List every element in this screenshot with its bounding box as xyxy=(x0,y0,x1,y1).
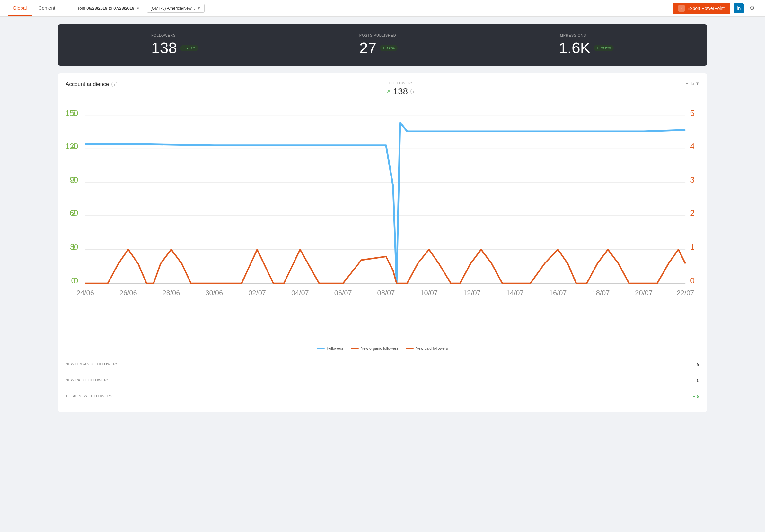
svg-text:06/07: 06/07 xyxy=(334,289,352,297)
svg-text:26/06: 26/06 xyxy=(120,289,137,297)
svg-text:02/07: 02/07 xyxy=(248,289,266,297)
svg-text:18/07: 18/07 xyxy=(592,289,609,297)
svg-text:22/07: 22/07 xyxy=(677,289,694,297)
powerpoint-icon: P xyxy=(678,5,685,12)
top-navigation: Global Content From 06/23/2019 to 07/23/… xyxy=(0,0,765,17)
timezone-dropdown[interactable]: (GMT-5) America/New... ▼ xyxy=(147,4,205,13)
svg-text:5: 5 xyxy=(690,109,694,118)
chevron-down-icon: ▼ xyxy=(197,6,201,11)
followers-line-swatch xyxy=(317,348,325,349)
svg-text:20/07: 20/07 xyxy=(635,289,653,297)
legend-followers: Followers xyxy=(317,346,343,351)
date-range-picker[interactable]: From 06/23/2019 to 07/23/2019 ▼ xyxy=(72,4,143,13)
svg-text:4: 4 xyxy=(71,142,76,150)
stats-table: NEW ORGANIC FOLLOWERS 9 NEW PAID FOLLOWE… xyxy=(66,356,699,404)
chart-area: 150 120 90 60 30 0 5 4 3 2 1 0 5 4 3 2 1… xyxy=(66,102,699,342)
svg-text:14/07: 14/07 xyxy=(506,289,524,297)
svg-text:16/07: 16/07 xyxy=(549,289,567,297)
tab-global[interactable]: Global xyxy=(8,0,32,16)
line-chart: 150 120 90 60 30 0 5 4 3 2 1 0 5 4 3 2 1… xyxy=(66,102,699,341)
svg-text:5: 5 xyxy=(71,109,76,118)
stat-followers: FOLLOWERS 138 + 7.0% xyxy=(151,33,198,57)
svg-text:30/06: 30/06 xyxy=(205,289,223,297)
stats-row-paid: NEW PAID FOLLOWERS 0 xyxy=(66,372,699,388)
trend-up-icon: ↗ xyxy=(386,89,390,94)
settings-button[interactable]: ⚙ xyxy=(747,3,757,13)
svg-text:3: 3 xyxy=(71,175,76,184)
svg-text:08/07: 08/07 xyxy=(378,289,395,297)
legend-new-organic: New organic followers xyxy=(351,346,398,351)
svg-text:1: 1 xyxy=(690,243,694,251)
svg-text:10/07: 10/07 xyxy=(420,289,438,297)
svg-text:12/07: 12/07 xyxy=(463,289,481,297)
svg-text:2: 2 xyxy=(690,208,694,217)
svg-text:0: 0 xyxy=(690,276,694,285)
stats-row-total: TOTAL NEW FOLLOWERS + 9 xyxy=(66,388,699,404)
followers-summary: FOLLOWERS ↗ 138 i xyxy=(386,81,416,97)
svg-text:04/07: 04/07 xyxy=(291,289,309,297)
legend-new-paid: New paid followers xyxy=(406,346,448,351)
stat-posts: POSTS PUBLISHED 27 + 3.8% xyxy=(360,33,397,57)
svg-text:24/06: 24/06 xyxy=(76,289,94,297)
hide-chart-button[interactable]: Hide ▼ xyxy=(685,81,699,86)
nav-right-actions: P Export PowerPoint in ⚙ xyxy=(672,3,757,14)
linkedin-button[interactable]: in xyxy=(734,3,744,13)
chevron-down-icon: ▼ xyxy=(136,6,140,10)
chart-legend: Followers New organic followers New paid… xyxy=(66,346,699,351)
chart-header: Account audience i FOLLOWERS ↗ 138 i Hid… xyxy=(66,81,699,97)
svg-text:1: 1 xyxy=(71,243,76,251)
stats-banner: FOLLOWERS 138 + 7.0% POSTS PUBLISHED 27 … xyxy=(58,24,707,66)
chart-title: Account audience i xyxy=(66,81,117,88)
nav-tabs: Global Content xyxy=(8,0,62,16)
followers-info-icon[interactable]: i xyxy=(410,89,416,94)
organic-line-swatch xyxy=(351,348,359,349)
info-icon[interactable]: i xyxy=(111,82,117,87)
tab-content[interactable]: Content xyxy=(33,0,60,16)
stats-row-organic: NEW ORGANIC FOLLOWERS 9 xyxy=(66,356,699,372)
main-content: FOLLOWERS 138 + 7.0% POSTS PUBLISHED 27 … xyxy=(0,17,765,420)
svg-text:28/06: 28/06 xyxy=(163,289,180,297)
stat-impressions: IMPRESSIONS 1.6K + 78.6% xyxy=(559,33,614,57)
paid-line-swatch xyxy=(406,348,413,349)
export-powerpoint-button[interactable]: P Export PowerPoint xyxy=(672,3,730,14)
account-audience-card: Account audience i FOLLOWERS ↗ 138 i Hid… xyxy=(58,74,707,412)
svg-text:0: 0 xyxy=(71,276,76,285)
chevron-down-icon: ▼ xyxy=(695,81,699,86)
nav-divider xyxy=(67,4,67,13)
svg-text:2: 2 xyxy=(71,208,76,217)
svg-text:4: 4 xyxy=(690,142,694,150)
svg-text:3: 3 xyxy=(690,175,694,184)
